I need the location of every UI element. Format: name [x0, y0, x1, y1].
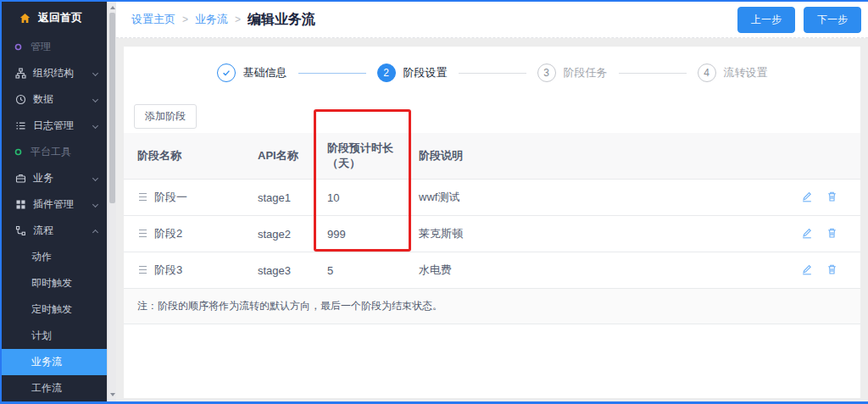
sidebar-item-chajianguanli[interactable]: 插件管理 [2, 191, 107, 218]
sidebar-item-jishichufa[interactable]: 即时触发 [2, 270, 107, 296]
step-label: 流转设置 [724, 65, 768, 80]
breadcrumb-link-settings-home[interactable]: 设置主页 [131, 12, 175, 27]
drag-handle-icon[interactable] [137, 191, 148, 204]
stage-description: wwf测试 [412, 180, 784, 216]
sidebar-item-label: 计划 [31, 329, 52, 343]
sidebar-item-jihua[interactable]: 计划 [2, 323, 107, 349]
scrollbar-thumb[interactable] [109, 13, 115, 203]
header-stage-name: 阶段名称 [124, 133, 251, 180]
step-number: 4 [698, 64, 716, 82]
sidebar-item-liucheng[interactable]: 流程 [2, 218, 107, 244]
stage-description: 水电费 [412, 252, 784, 289]
flow-icon [15, 225, 26, 236]
home-icon [19, 13, 31, 24]
step-connector [459, 73, 526, 74]
sidebar-item-label: 管理 [31, 40, 51, 54]
sidebar-item-zuzhijiegou[interactable]: 组织结构 [2, 60, 107, 86]
sidebar-home-label: 返回首页 [38, 10, 82, 25]
table-row: 阶段2 stage2 999 莱克斯顿 [124, 216, 860, 252]
grid-icon [15, 199, 26, 210]
stage-api: stage2 [251, 216, 320, 252]
briefcase-icon [15, 173, 26, 184]
stage-duration: 999 [320, 216, 412, 252]
edit-icon[interactable] [801, 263, 813, 278]
sidebar-item-label: 业务 [33, 171, 53, 185]
delete-icon[interactable] [826, 263, 837, 278]
sidebar-item-label: 工作流 [31, 381, 62, 396]
sidebar-item-dingshichufa[interactable]: 定时触发 [2, 296, 107, 323]
step-label: 阶段设置 [403, 65, 448, 80]
add-stage-button[interactable]: 添加阶段 [134, 104, 197, 129]
sidebar-item-label: 日志管理 [33, 119, 74, 133]
header-api-name: API名称 [251, 133, 320, 180]
step-number: 2 [377, 64, 396, 82]
step-label: 阶段任务 [564, 65, 608, 80]
ring-purple-icon [13, 43, 24, 51]
edit-icon[interactable] [801, 191, 813, 205]
sidebar-item-rizhiguanli[interactable]: 日志管理 [2, 113, 107, 139]
sidebar-item-label: 定时触发 [31, 302, 72, 317]
sidebar-item-yewuliu-active[interactable]: 业务流 [2, 349, 107, 375]
delete-icon[interactable] [826, 227, 837, 241]
header-duration: 阶段预计时长（天） [320, 133, 412, 180]
content-card: 基础信息 2 阶段设置 3 阶段任务 4 流转设置 添加阶 [124, 47, 860, 398]
sidebar-item-guanli[interactable]: 管理 [2, 34, 107, 60]
chevron-up-icon [92, 230, 98, 235]
delete-icon[interactable] [826, 191, 837, 205]
breadcrumb-link-business-flow[interactable]: 业务流 [195, 12, 228, 27]
stages-table: 阶段名称 API名称 阶段预计时长（天） 阶段说明 阶段一 stage1 10 [124, 133, 860, 289]
topbar: 设置主页 > 业务流 > 编辑业务流 上一步 下一步 [116, 2, 868, 38]
step-stage-tasks: 3 阶段任务 [537, 64, 608, 82]
sidebar-item-yewu[interactable]: 业务 [2, 165, 107, 191]
stage-name: 阶段2 [154, 226, 182, 241]
step-connector [619, 73, 687, 74]
sidebar-item-gongzuoliu[interactable]: 工作流 [2, 375, 107, 401]
breadcrumb-separator: > [235, 14, 241, 25]
step-flow-settings: 4 流转设置 [698, 64, 768, 82]
next-step-button[interactable]: 下一步 [804, 7, 861, 33]
sidebar-item-label: 平台工具 [31, 145, 71, 159]
sidebar: 返回首页 管理 组织结构 数据 日志管理 [2, 2, 107, 401]
chevron-down-icon [92, 97, 98, 102]
chevron-down-icon [92, 123, 98, 129]
sidebar-item-label: 流程 [33, 224, 53, 238]
sidebar-item-dongzuo[interactable]: 动作 [2, 244, 107, 270]
main-area: 设置主页 > 业务流 > 编辑业务流 上一步 下一步 基础信息 [116, 2, 868, 401]
sidebar-home-button[interactable]: 返回首页 [2, 2, 107, 34]
sidebar-item-label: 动作 [31, 250, 52, 264]
chevron-down-icon [92, 202, 98, 208]
table-header-row: 阶段名称 API名称 阶段预计时长（天） 阶段说明 [124, 133, 860, 180]
sidebar-item-pingtaigongju[interactable]: 平台工具 [2, 139, 107, 165]
stage-api: stage3 [251, 252, 320, 289]
sidebar-scrollbar[interactable] [107, 2, 116, 401]
step-basic-info: 基础信息 [217, 64, 287, 82]
chevron-down-icon [92, 70, 98, 76]
stage-api: stage1 [251, 180, 320, 216]
stage-name: 阶段3 [154, 263, 182, 278]
page-title: 编辑业务流 [248, 11, 315, 29]
step-stage-settings: 2 阶段设置 [377, 64, 448, 82]
drag-handle-icon[interactable] [137, 264, 148, 277]
ring-green-icon [13, 148, 24, 156]
stage-duration: 5 [320, 252, 412, 289]
edit-icon[interactable] [801, 227, 813, 241]
sidebar-item-shuju[interactable]: 数据 [2, 86, 107, 113]
drag-handle-icon[interactable] [137, 228, 148, 241]
table-row: 阶段3 stage3 5 水电费 [124, 252, 860, 289]
stepper: 基础信息 2 阶段设置 3 阶段任务 4 流转设置 [124, 64, 860, 82]
stage-order-note: 注：阶段的顺序将作为流转的默认方向，最后一个阶段为结束状态。 [124, 289, 860, 324]
list-icon [15, 120, 26, 131]
sidebar-item-label: 即时触发 [31, 276, 72, 291]
stage-duration: 10 [320, 180, 412, 216]
check-icon [217, 64, 236, 82]
prev-step-button[interactable]: 上一步 [737, 7, 795, 33]
sidebar-item-label: 组织结构 [33, 66, 74, 80]
clock-icon [15, 94, 26, 105]
app-window: 返回首页 管理 组织结构 数据 日志管理 [0, 0, 868, 404]
stage-name: 阶段一 [154, 190, 187, 205]
chevron-down-icon [92, 175, 98, 181]
header-description: 阶段说明 [412, 133, 784, 180]
stage-description: 莱克斯顿 [412, 216, 784, 252]
scroll-up-arrow-icon[interactable] [110, 6, 115, 9]
scroll-down-arrow-icon[interactable] [110, 393, 115, 396]
